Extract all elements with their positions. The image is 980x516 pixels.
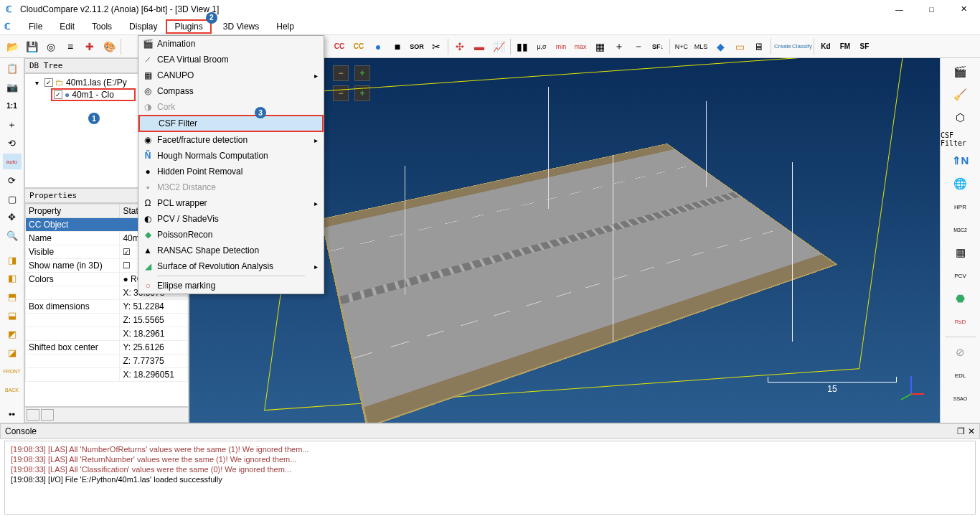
rt-broom[interactable]: 🧹: [950, 84, 971, 105]
tb-sf[interactable]: SF↓: [649, 37, 667, 56]
menu-tools[interactable]: Tools: [83, 19, 121, 34]
plugin-canupo[interactable]: ▦CANUPO▸: [138, 67, 324, 83]
tb-screen[interactable]: 🖥: [750, 37, 768, 56]
tb-plot[interactable]: 📈: [489, 37, 508, 56]
plugin-poisson[interactable]: ◆PoissonRecon: [138, 227, 324, 243]
plugin-hidden[interactable]: ●Hidden Point Removal: [138, 164, 324, 179]
plugin-pcl[interactable]: ΩPCL wrapper▸: [138, 195, 324, 211]
rt-pcv[interactable]: PCV: [950, 265, 971, 286]
lt-view2[interactable]: ◧: [3, 271, 22, 286]
plugin-pcv[interactable]: ◐PCV / ShadeVis: [138, 211, 324, 227]
plugin-csf-filter[interactable]: CSF Filter 3: [138, 115, 324, 132]
lt-rot[interactable]: ⟲: [3, 136, 22, 151]
tree-root-checkbox[interactable]: ✓: [44, 78, 53, 87]
close-button[interactable]: ✕: [948, 0, 980, 18]
plugin-sor[interactable]: ◢Surface of Revolution Analysis▸: [138, 258, 324, 274]
tb-plus[interactable]: ＋: [610, 37, 628, 56]
rt-ssao[interactable]: SSAO: [950, 388, 971, 409]
tb-max[interactable]: max: [571, 37, 590, 56]
tb-canupo-c[interactable]: Create: [773, 37, 792, 56]
tb-nc[interactable]: N+C: [672, 37, 691, 56]
tb-add[interactable]: ✚: [80, 37, 99, 56]
plugin-facet[interactable]: ◉Facet/fracture detection▸: [138, 132, 324, 148]
lt-plus[interactable]: ＋: [3, 117, 22, 133]
tb-gem[interactable]: ◆: [711, 37, 730, 56]
tb-sor[interactable]: SOR: [407, 37, 426, 56]
lt-camera[interactable]: 📷: [3, 80, 22, 95]
lt-rot2[interactable]: ⟳: [3, 172, 22, 188]
tree-child-checkbox[interactable]: ✓: [54, 90, 62, 99]
lt-clipboard[interactable]: 📋: [3, 61, 22, 77]
rt-grid[interactable]: ▦: [950, 242, 971, 263]
tb-min[interactable]: min: [552, 37, 570, 56]
lt-view5[interactable]: ◩: [3, 327, 22, 342]
lt-view6[interactable]: ◪: [3, 344, 22, 360]
plugin-compass[interactable]: ◎Compass: [138, 83, 324, 99]
tb-minus[interactable]: －: [629, 37, 648, 56]
tb-or[interactable]: ▭: [730, 37, 749, 56]
tb-kd[interactable]: Kd: [816, 37, 835, 56]
tb-cut[interactable]: ✂: [427, 37, 446, 56]
tb-canupo-cl[interactable]: Classify: [793, 37, 811, 56]
rt-disable[interactable]: ⊘: [950, 342, 971, 363]
console-close-button[interactable]: ✕: [968, 426, 975, 436]
lt-zoom[interactable]: 🔍: [3, 228, 22, 244]
tb-dark[interactable]: ■: [388, 37, 407, 56]
rt-hpr[interactable]: HPR: [950, 196, 971, 217]
tree-collapse-icon[interactable]: ▾: [35, 79, 42, 87]
rt-shield[interactable]: ⬡: [950, 107, 971, 128]
lt-box[interactable]: ▢: [3, 191, 22, 207]
lt-auto[interactable]: auto: [3, 154, 22, 169]
lt-view4[interactable]: ⬓: [3, 308, 22, 324]
lt-view3[interactable]: ⬒: [3, 289, 22, 305]
console-float-button[interactable]: ❐: [957, 426, 965, 436]
prop-btn-1[interactable]: [27, 409, 39, 421]
console-body[interactable]: [19:08:33] [LAS] All 'NumberOfReturns' v…: [4, 441, 976, 515]
tb-color[interactable]: 🎨: [100, 37, 118, 56]
zoom-in-1[interactable]: +: [354, 65, 370, 81]
tb-list[interactable]: ≡: [61, 37, 80, 56]
menu-help[interactable]: Help: [268, 19, 303, 34]
tb-stats[interactable]: μ,σ: [532, 37, 551, 56]
tb-calc[interactable]: ▦: [590, 37, 609, 56]
rt-arrow-n[interactable]: ⇑N: [950, 150, 971, 172]
lt-move[interactable]: ✥: [3, 210, 22, 225]
menu-plugins[interactable]: Plugins 2: [166, 19, 211, 34]
rt-edl[interactable]: EDL: [950, 365, 971, 386]
plugin-hough[interactable]: ÑHough Normals Computation: [138, 148, 324, 164]
menu-display[interactable]: Display: [121, 19, 166, 34]
lt-legend[interactable]: ••: [3, 407, 22, 423]
tb-book[interactable]: ▬: [470, 37, 489, 56]
lt-back[interactable]: BACK: [3, 382, 22, 398]
rt-globe[interactable]: 🌐: [950, 173, 971, 194]
tb-ptsize[interactable]: ◎: [42, 37, 60, 56]
rt-animation[interactable]: 🎬: [950, 61, 971, 83]
plugin-ellipse[interactable]: ○Ellipse marking: [138, 278, 324, 294]
tb-cc1[interactable]: CC: [330, 37, 349, 56]
tree-child[interactable]: ✓ ● 40m1 - Clo: [51, 88, 136, 101]
zoom-out-2[interactable]: −: [333, 85, 349, 101]
prop-btn-2[interactable]: [41, 409, 54, 421]
tb-cc2[interactable]: CC: [349, 37, 368, 56]
rt-hex[interactable]: ⬣: [950, 288, 971, 309]
plugin-animation[interactable]: 🎬Animation: [138, 36, 324, 52]
rt-rsd[interactable]: RsD: [950, 311, 971, 332]
zoom-out-1[interactable]: −: [333, 65, 349, 81]
plugin-broom[interactable]: ⟋CEA Virtual Broom: [138, 52, 324, 67]
zoom-in-2[interactable]: +: [354, 85, 370, 101]
tb-hist[interactable]: ▮▮: [513, 37, 532, 56]
tb-save[interactable]: 💾: [22, 37, 41, 56]
menu-file[interactable]: File: [20, 19, 51, 34]
lt-11[interactable]: 1:1: [3, 98, 22, 114]
lt-view1[interactable]: ◨: [3, 252, 22, 268]
tb-mls[interactable]: MLS: [692, 37, 710, 56]
minimize-button[interactable]: —: [883, 0, 915, 18]
tb-sf2[interactable]: SF: [855, 37, 874, 56]
menu-edit[interactable]: Edit: [51, 19, 83, 34]
tb-fm[interactable]: FM: [836, 37, 854, 56]
maximize-button[interactable]: □: [915, 0, 948, 18]
menu-3dviews[interactable]: 3D Views: [215, 19, 268, 34]
tb-sphere[interactable]: ●: [369, 37, 387, 56]
tb-move[interactable]: ✣: [451, 37, 469, 56]
lt-front[interactable]: FRONT: [3, 363, 22, 379]
